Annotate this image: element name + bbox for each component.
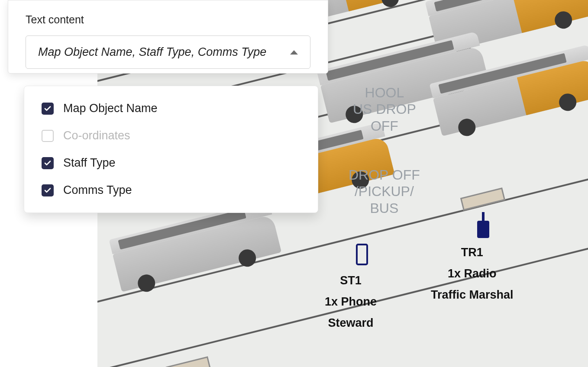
staff-id: ST1 — [325, 274, 377, 287]
staff-marker-st1[interactable]: ST1 1x Phone Steward — [325, 232, 377, 330]
staff-comms: 1x Phone — [325, 295, 377, 309]
radio-icon — [477, 212, 489, 238]
option-map-object-name[interactable]: Map Object Name — [24, 95, 318, 122]
staff-id: TR1 — [431, 246, 514, 259]
staff-comms: 1x Radio — [431, 267, 514, 280]
staff-marker-tr1[interactable]: TR1 1x Radio Traffic Marshal — [431, 203, 514, 302]
text-content-panel: Text content Map Object Name, Staff Type… — [8, 0, 328, 74]
panel-title: Text content — [26, 13, 310, 26]
chevron-up-icon — [290, 50, 298, 55]
option-label: Co-ordinates — [63, 129, 130, 142]
option-comms-type[interactable]: Comms Type — [24, 177, 318, 204]
checkbox-icon — [42, 184, 54, 196]
person-icon — [333, 232, 353, 266]
option-co-ordinates: Co-ordinates — [24, 122, 318, 149]
option-label: Map Object Name — [63, 102, 158, 115]
text-content-options: Map Object Name Co-ordinates Staff Type … — [24, 86, 318, 213]
checkbox-icon — [42, 157, 54, 169]
option-label: Staff Type — [63, 156, 116, 170]
phone-icon — [356, 244, 368, 265]
person-icon — [455, 203, 475, 238]
checkbox-icon — [42, 103, 54, 115]
option-staff-type[interactable]: Staff Type — [24, 149, 318, 177]
text-content-select[interactable]: Map Object Name, Staff Type, Comms Type — [26, 35, 310, 69]
select-summary: Map Object Name, Staff Type, Comms Type — [38, 45, 266, 59]
option-label: Comms Type — [63, 184, 132, 197]
staff-role: Traffic Marshal — [431, 288, 514, 302]
staff-role: Steward — [325, 316, 377, 330]
checkbox-icon — [42, 130, 54, 142]
